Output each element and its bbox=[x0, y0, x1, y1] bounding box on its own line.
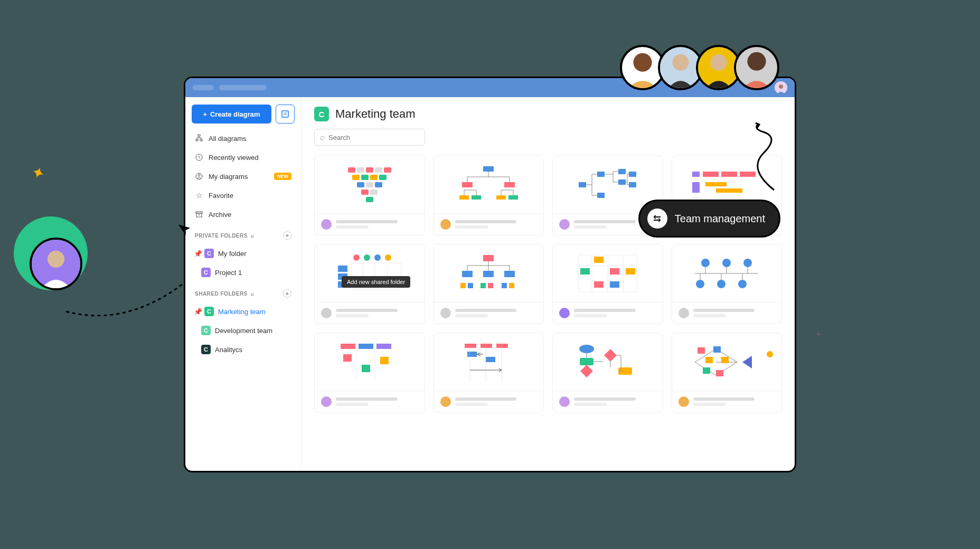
folder-badge: C bbox=[204, 307, 214, 316]
decorative-star: ✦ bbox=[29, 162, 48, 184]
svg-rect-85 bbox=[376, 344, 391, 349]
add-private-folder-button[interactable]: + bbox=[283, 231, 291, 240]
shared-folder-item[interactable]: C Development team bbox=[192, 322, 295, 339]
decorative-swirl-arrow bbox=[742, 121, 806, 195]
diagram-card[interactable] bbox=[552, 244, 663, 324]
new-badge: NEW bbox=[274, 173, 291, 180]
template-button[interactable] bbox=[276, 105, 295, 124]
diagram-card[interactable] bbox=[314, 155, 425, 235]
folder-label: Analitycs bbox=[215, 346, 242, 354]
svg-rect-23 bbox=[579, 182, 586, 187]
add-shared-folder-button[interactable]: + bbox=[283, 289, 291, 298]
folder-badge: C bbox=[204, 249, 214, 258]
create-diagram-button[interactable]: + Create diagram bbox=[192, 105, 271, 124]
search-bar[interactable]: ⌕ bbox=[314, 129, 425, 146]
svg-rect-22 bbox=[508, 195, 518, 200]
svg-point-40 bbox=[385, 254, 391, 261]
svg-rect-52 bbox=[460, 283, 466, 288]
user-icon bbox=[195, 172, 203, 181]
diagram-thumbnail bbox=[434, 156, 544, 214]
svg-rect-17 bbox=[462, 182, 473, 187]
svg-rect-55 bbox=[488, 283, 493, 288]
team-management-chip[interactable]: ⇆ Team management bbox=[638, 200, 780, 238]
author-avatar bbox=[559, 308, 570, 318]
diagram-thumbnail bbox=[315, 333, 425, 391]
search-icon[interactable]: ⌕ bbox=[251, 233, 255, 239]
svg-line-63 bbox=[576, 252, 579, 279]
card-title-placeholder bbox=[455, 309, 538, 317]
author-avatar bbox=[679, 308, 689, 318]
titlebar-placeholder bbox=[219, 85, 267, 90]
svg-rect-29 bbox=[629, 182, 636, 187]
svg-point-39 bbox=[374, 254, 381, 261]
diagram-card[interactable] bbox=[552, 333, 663, 413]
tooltip-add-shared-folder: Add new shared folder bbox=[342, 276, 410, 288]
clock-icon bbox=[195, 153, 203, 162]
svg-rect-7 bbox=[198, 135, 200, 136]
diagram-card[interactable] bbox=[434, 333, 544, 413]
private-folder-item[interactable]: C Project 1 bbox=[192, 264, 295, 281]
svg-rect-65 bbox=[580, 268, 590, 274]
shared-folder-item[interactable]: C Analitycs bbox=[192, 341, 295, 358]
diagram-card[interactable] bbox=[434, 244, 544, 324]
overlay-user-avatar bbox=[30, 238, 82, 290]
page-title: Marketing team bbox=[335, 107, 416, 121]
private-folder-item[interactable]: 📌 C My folder bbox=[192, 245, 295, 262]
svg-point-115 bbox=[747, 52, 766, 71]
card-title-placeholder bbox=[336, 309, 418, 317]
svg-point-76 bbox=[738, 280, 747, 288]
app-window: + Create diagram All diagrams Recently v… bbox=[184, 77, 796, 472]
diagram-thumbnail bbox=[315, 156, 425, 214]
card-title-placeholder bbox=[693, 397, 776, 406]
nav-archive[interactable]: Archive bbox=[192, 206, 295, 223]
shared-folder-item[interactable]: 📌 C Marketing team bbox=[192, 303, 295, 320]
card-title-placeholder bbox=[336, 397, 418, 406]
svg-point-75 bbox=[717, 280, 725, 288]
search-icon[interactable]: ⌕ bbox=[251, 291, 255, 297]
search-icon: ⌕ bbox=[320, 132, 325, 142]
svg-rect-41 bbox=[338, 266, 347, 272]
svg-rect-56 bbox=[502, 283, 507, 288]
nav-favorite[interactable]: ☆ Favorite bbox=[192, 187, 295, 204]
svg-point-99 bbox=[579, 345, 594, 353]
svg-rect-30 bbox=[692, 172, 700, 177]
team-avatars bbox=[627, 45, 779, 90]
author-avatar bbox=[559, 396, 570, 407]
svg-rect-51 bbox=[504, 271, 515, 277]
card-title-placeholder bbox=[336, 220, 418, 229]
svg-rect-104 bbox=[713, 346, 721, 353]
svg-rect-48 bbox=[483, 255, 494, 261]
card-title-placeholder bbox=[455, 220, 538, 229]
search-input[interactable] bbox=[328, 134, 419, 141]
decorative-dot bbox=[767, 351, 773, 357]
folder-label: Project 1 bbox=[215, 269, 242, 277]
private-folders-header: PRIVATE FOLDERS ⌕ + bbox=[192, 225, 295, 243]
svg-rect-25 bbox=[597, 193, 605, 198]
svg-point-3 bbox=[779, 84, 783, 89]
svg-rect-4 bbox=[282, 111, 288, 117]
nav-my-diagrams[interactable]: My diagrams NEW bbox=[192, 168, 295, 185]
diagram-card[interactable] bbox=[672, 244, 783, 324]
svg-point-111 bbox=[672, 54, 689, 71]
folder-badge: C bbox=[201, 345, 211, 354]
svg-rect-27 bbox=[618, 179, 626, 185]
svg-point-113 bbox=[710, 54, 727, 71]
nav-label: Recently viewed bbox=[209, 154, 259, 162]
card-title-placeholder bbox=[574, 397, 656, 406]
svg-rect-95 bbox=[486, 357, 495, 362]
svg-rect-57 bbox=[509, 283, 514, 288]
svg-rect-88 bbox=[343, 354, 352, 362]
card-title-placeholder bbox=[574, 309, 656, 317]
section-label: PRIVATE FOLDERS bbox=[195, 233, 248, 239]
svg-point-1 bbox=[48, 251, 64, 268]
author-avatar bbox=[321, 396, 332, 407]
hierarchy-icon bbox=[195, 134, 203, 143]
folder-badge: C bbox=[201, 268, 211, 277]
diagram-card[interactable] bbox=[314, 333, 425, 413]
diagram-card[interactable] bbox=[434, 155, 544, 235]
nav-label: My diagrams bbox=[209, 173, 248, 181]
team-management-label: Team management bbox=[675, 213, 765, 225]
nav-all-diagrams[interactable]: All diagrams bbox=[192, 130, 295, 147]
nav-recently-viewed[interactable]: Recently viewed bbox=[192, 149, 295, 166]
diagram-card[interactable] bbox=[672, 333, 783, 413]
